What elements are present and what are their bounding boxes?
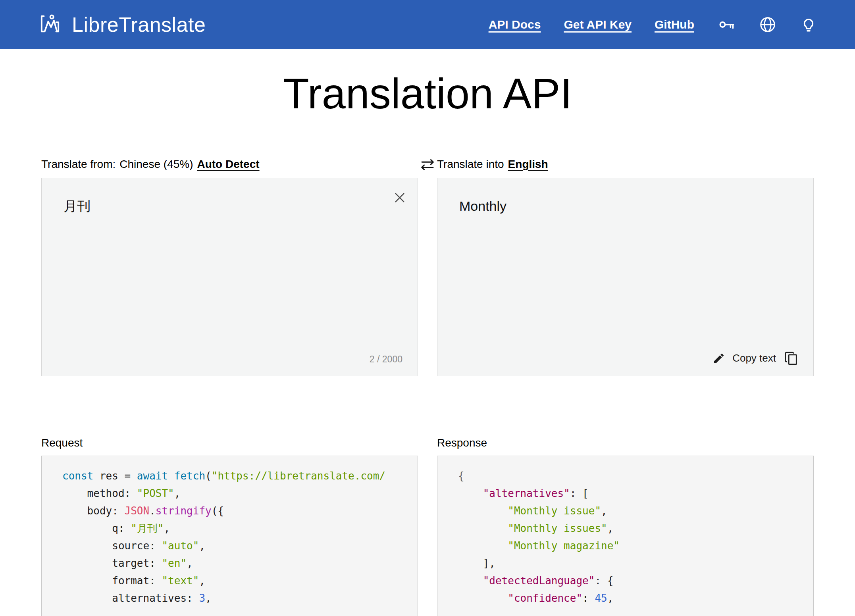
copy-icon[interactable]	[783, 350, 799, 366]
response-label: Response	[437, 437, 814, 449]
char-counter: 2 / 2000	[370, 354, 402, 366]
swap-languages-icon[interactable]	[419, 156, 436, 174]
header: LibreTranslate API Docs Get API Key GitH…	[0, 0, 855, 49]
target-language-label: Translate into English	[437, 158, 814, 171]
translate-from-text: Translate from:	[41, 158, 116, 171]
nav-github[interactable]: GitHub	[655, 18, 694, 31]
response-column: Response { "alternatives": [ "Monthly is…	[437, 437, 814, 616]
main-content: Translation API Translate from: Chinese …	[0, 69, 855, 616]
brand[interactable]: LibreTranslate	[38, 12, 206, 38]
translation-tools: Copy text	[712, 350, 799, 366]
request-column: Request const res = await fetch("https:/…	[41, 437, 418, 616]
brand-name: LibreTranslate	[72, 13, 206, 37]
request-label: Request	[41, 437, 418, 449]
response-code-block: { "alternatives": [ "Monthly issue", "Mo…	[437, 456, 814, 616]
translated-text: Monthly	[459, 197, 791, 215]
code-section: Request const res = await fetch("https:/…	[41, 437, 814, 616]
translate-boxes: 月刊 2 / 2000 Monthly Copy text	[41, 178, 814, 376]
api-key-icon[interactable]	[717, 15, 736, 34]
header-nav: API Docs Get API Key GitHub	[489, 15, 817, 34]
request-code-block: const res = await fetch("https://libretr…	[41, 456, 418, 616]
clear-source-icon[interactable]	[392, 190, 407, 206]
target-text-area: Monthly Copy text	[437, 178, 814, 376]
translate-area: Translate from: Chinese (45%) Auto Detec…	[41, 158, 814, 376]
globe-icon[interactable]	[759, 15, 777, 34]
libretranslate-logo-icon	[38, 12, 62, 38]
nav-api-docs[interactable]: API Docs	[489, 18, 541, 31]
translate-into-text: Translate into	[437, 158, 504, 171]
copy-text-label[interactable]: Copy text	[732, 352, 776, 365]
source-language-label: Translate from: Chinese (45%) Auto Detec…	[41, 158, 418, 171]
page-title: Translation API	[41, 69, 814, 118]
detected-language-text: Chinese (45%)	[119, 158, 193, 171]
source-text: 月刊	[64, 197, 396, 215]
source-text-area[interactable]: 月刊 2 / 2000	[41, 178, 418, 376]
auto-detect-link[interactable]: Auto Detect	[197, 158, 259, 171]
target-language-link[interactable]: English	[508, 158, 548, 171]
nav-get-api-key[interactable]: Get API Key	[564, 18, 632, 31]
lightbulb-icon[interactable]	[800, 16, 817, 33]
edit-translation-icon[interactable]	[712, 352, 725, 365]
language-label-row: Translate from: Chinese (45%) Auto Detec…	[41, 158, 814, 171]
